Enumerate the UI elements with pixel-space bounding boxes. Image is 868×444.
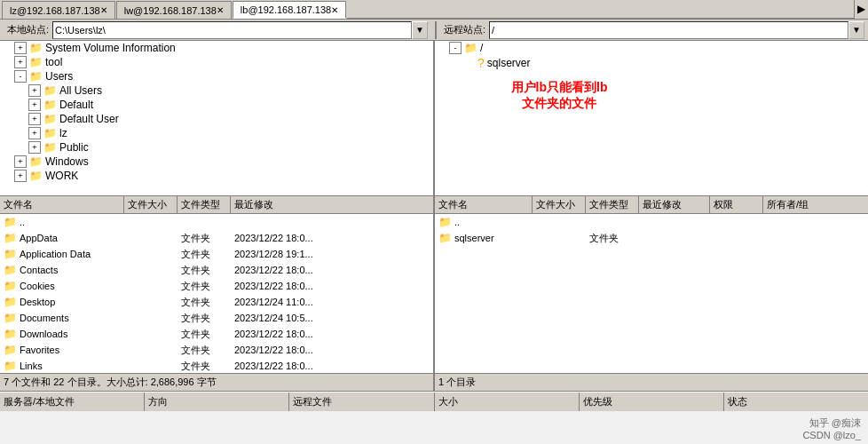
- left-col-filetype[interactable]: 文件类型: [178, 196, 231, 213]
- left-file-list-header: 文件名 文件大小 文件类型 最近修改: [0, 196, 433, 214]
- file-date: 2023/12/22 18:0...: [231, 329, 433, 339]
- folder-icon: 📁: [4, 360, 17, 372]
- folder-icon: 📁: [4, 248, 17, 260]
- tree-expander[interactable]: +: [14, 170, 27, 182]
- bottom-toolbar: 服务器/本地文件 方向 远程文件 大小 优先级 状态: [0, 392, 868, 411]
- file-name: 📁Favorites: [0, 344, 124, 356]
- folder-icon: 📁: [4, 264, 17, 276]
- remote-tree-item[interactable]: ?sqlserver: [435, 55, 868, 71]
- right-col-fileperm[interactable]: 权限: [710, 196, 763, 213]
- file-name: 📁Downloads: [0, 328, 124, 340]
- tree-item[interactable]: +tool: [0, 55, 433, 69]
- tree-expander[interactable]: -: [14, 70, 27, 83]
- tab-bar: lz@192.168.187.138 ✕ lw@192.168.187.138 …: [0, 0, 868, 20]
- tab-lb[interactable]: lb@192.168.187.138 ✕: [233, 1, 346, 19]
- right-col-filedate[interactable]: 最近修改: [639, 196, 710, 213]
- left-file-list-body[interactable]: 📁.. 📁AppData 文件夹 2023/12/22 18:0... 📁App…: [0, 214, 433, 373]
- left-file-row[interactable]: 📁AppData 文件夹 2023/12/22 18:0...: [0, 230, 433, 246]
- tree-item-label: Default User: [59, 113, 119, 125]
- tree-expander[interactable]: +: [28, 127, 41, 139]
- right-col-filesize[interactable]: 文件大小: [533, 196, 586, 213]
- left-tree-content[interactable]: +System Volume Information+tool-Users+Al…: [0, 41, 433, 195]
- remote-tree-item[interactable]: -/: [435, 41, 868, 55]
- tree-item[interactable]: +Windows: [0, 155, 433, 169]
- right-col-fileowner[interactable]: 所有者/组: [763, 196, 868, 213]
- right-tree-panel: -/?sqlserver 用户lb只能看到lb文件夹的文件: [435, 41, 868, 195]
- file-date: 2023/12/22 18:0...: [231, 233, 433, 243]
- remote-path-section: 远程站点: ▼: [435, 21, 868, 39]
- tree-item[interactable]: +Default User: [0, 112, 433, 126]
- tree-item[interactable]: +lz: [0, 126, 433, 140]
- file-name: 📁..: [435, 216, 533, 228]
- left-file-row[interactable]: 📁..: [0, 214, 433, 230]
- tree-item-label: tool: [45, 56, 62, 68]
- left-file-row[interactable]: 📁Desktop 文件夹 2023/12/24 11:0...: [0, 294, 433, 310]
- left-file-row[interactable]: 📁Application Data 文件夹 2023/12/28 19:1...: [0, 246, 433, 262]
- left-file-row[interactable]: 📁Cookies 文件夹 2023/12/22 18:0...: [0, 278, 433, 294]
- tree-item[interactable]: +Public: [0, 140, 433, 155]
- tab-lz-close[interactable]: ✕: [100, 5, 107, 15]
- right-col-filetype[interactable]: 文件类型: [586, 196, 639, 213]
- file-date: 2023/12/24 10:5...: [231, 313, 433, 323]
- left-tree: +System Volume Information+tool-Users+Al…: [0, 41, 433, 183]
- local-path-input[interactable]: [52, 21, 412, 39]
- tab-lw-close[interactable]: ✕: [217, 5, 224, 15]
- left-file-row[interactable]: 📁Links 文件夹 2023/12/22 18:0...: [0, 358, 433, 373]
- folder-icon: 📁: [4, 232, 17, 244]
- status-right-text: 1 个目录: [438, 376, 476, 389]
- folder-icon: [28, 170, 43, 182]
- tree-item-label: Public: [59, 141, 89, 154]
- tree-expander[interactable]: +: [28, 113, 41, 125]
- remote-path-dropdown[interactable]: ▼: [848, 21, 864, 39]
- toolbar-section-2: 方向: [145, 392, 289, 411]
- left-col-filesize[interactable]: 文件大小: [124, 196, 178, 213]
- folder-icon: 📁: [4, 280, 17, 292]
- right-file-row[interactable]: 📁..: [435, 214, 868, 230]
- tree-item[interactable]: +WORK: [0, 169, 433, 183]
- tree-item[interactable]: +System Volume Information: [0, 41, 433, 55]
- remote-folder-question-icon: ?: [477, 56, 485, 70]
- remote-tree-expander[interactable]: -: [449, 42, 462, 54]
- folder-icon: 📁: [438, 232, 452, 244]
- file-name: 📁sqlserver: [435, 232, 533, 244]
- right-tree-content[interactable]: -/?sqlserver: [435, 41, 868, 195]
- left-files-container: 📁.. 📁AppData 文件夹 2023/12/22 18:0... 📁App…: [0, 214, 433, 373]
- tree-item[interactable]: +All Users: [0, 83, 433, 98]
- left-col-filedate[interactable]: 最近修改: [231, 196, 433, 213]
- toolbar-section-5: 优先级: [580, 392, 724, 411]
- tree-expander[interactable]: +: [14, 56, 27, 68]
- tree-expander[interactable]: +: [14, 42, 27, 54]
- file-type: 文件夹: [178, 328, 231, 341]
- tree-item[interactable]: -Users: [0, 69, 433, 83]
- file-name: 📁Contacts: [0, 264, 124, 276]
- status-left: 7 个文件和 22 个目录。大小总计: 2,686,996 字节: [0, 374, 435, 391]
- tree-expander[interactable]: +: [28, 99, 41, 111]
- tree-expander[interactable]: +: [14, 155, 27, 168]
- right-col-filename[interactable]: 文件名: [435, 196, 533, 213]
- file-name: 📁Application Data: [0, 248, 124, 260]
- left-file-row[interactable]: 📁Downloads 文件夹 2023/12/22 18:0...: [0, 326, 433, 342]
- file-date: 2023/12/22 18:0...: [231, 265, 433, 275]
- tree-item[interactable]: +Default: [0, 98, 433, 112]
- remote-tree-item-label: /: [480, 42, 483, 54]
- tab-lw[interactable]: lw@192.168.187.138 ✕: [116, 1, 232, 19]
- tab-lz[interactable]: lz@192.168.187.138 ✕: [2, 1, 115, 19]
- local-path-dropdown[interactable]: ▼: [412, 21, 428, 39]
- tree-expander[interactable]: +: [28, 84, 41, 97]
- path-bars: 本地站点: ▼ 远程站点: ▼: [0, 20, 868, 41]
- left-file-row[interactable]: 📁Favorites 文件夹 2023/12/22 18:0...: [0, 342, 433, 358]
- tab-lb-close[interactable]: ✕: [331, 5, 338, 15]
- remote-path-input[interactable]: [489, 21, 848, 39]
- right-file-row[interactable]: 📁sqlserver 文件夹: [435, 230, 868, 246]
- file-type: 文件夹: [178, 280, 231, 293]
- tab-scroll-right[interactable]: ▶: [854, 0, 868, 19]
- status-bar: 7 个文件和 22 个目录。大小总计: 2,686,996 字节 1 个目录: [0, 374, 868, 392]
- left-col-filename[interactable]: 文件名: [0, 196, 124, 213]
- folder-icon: [43, 113, 57, 125]
- local-path-section: 本地站点: ▼: [0, 21, 431, 39]
- right-file-list-body[interactable]: 📁.. 📁sqlserver 文件夹: [435, 214, 868, 373]
- file-name: 📁Desktop: [0, 296, 124, 308]
- tree-expander[interactable]: +: [28, 141, 41, 154]
- left-file-row[interactable]: 📁Contacts 文件夹 2023/12/22 18:0...: [0, 262, 433, 278]
- left-file-row[interactable]: 📁Documents 文件夹 2023/12/24 10:5...: [0, 310, 433, 326]
